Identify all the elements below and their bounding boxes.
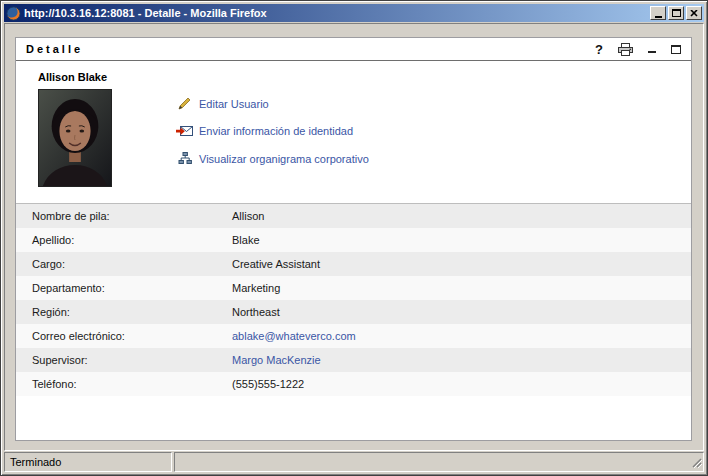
- firefox-icon: [6, 6, 21, 21]
- page-title: Detalle: [26, 43, 83, 55]
- user-identity-column: Allison Blake: [38, 69, 176, 203]
- view-org-chart-link[interactable]: Visualizar organigrama corporativo: [176, 152, 369, 165]
- field-label: Cargo:: [16, 258, 232, 270]
- field-value: Northeast: [232, 306, 280, 318]
- field-value: Marketing: [232, 282, 280, 294]
- titlebar[interactable]: http://10.3.16.12:8081 - Detalle - Mozil…: [4, 4, 704, 22]
- send-identity-info-link[interactable]: Enviar información de identidad: [176, 125, 369, 137]
- field-row: Apellido: Blake: [16, 228, 691, 252]
- field-label: Departamento:: [16, 282, 232, 294]
- close-icon: [690, 10, 698, 17]
- field-value: Allison: [232, 210, 264, 222]
- resize-grip[interactable]: [690, 456, 702, 470]
- window-title: http://10.3.16.12:8081 - Detalle - Mozil…: [24, 7, 645, 19]
- browser-window: http://10.3.16.12:8081 - Detalle - Mozil…: [0, 0, 708, 476]
- panel-maximize-icon[interactable]: [671, 45, 681, 54]
- window-close-button[interactable]: [686, 6, 702, 20]
- email-link[interactable]: ablake@whateverco.com: [232, 330, 356, 342]
- field-row: Región: Northeast: [16, 300, 691, 324]
- window-controls: [648, 6, 702, 20]
- field-value: Blake: [232, 234, 260, 246]
- field-label: Supervisor:: [16, 354, 232, 366]
- window-minimize-button[interactable]: [650, 6, 666, 20]
- page-viewport: Detalle ?: [4, 23, 704, 451]
- detail-panel: Detalle ?: [15, 37, 692, 441]
- status-text-cell: Terminado: [4, 452, 172, 472]
- edit-user-link[interactable]: Editar Usuario: [176, 97, 369, 110]
- field-label: Nombre de pila:: [16, 210, 232, 222]
- user-summary: Allison Blake: [16, 61, 691, 203]
- minimize-bar: [648, 51, 656, 53]
- edit-pencil-icon: [176, 97, 193, 110]
- field-value: Creative Assistant: [232, 258, 320, 270]
- window-maximize-button[interactable]: [668, 6, 684, 20]
- print-icon[interactable]: [618, 43, 633, 56]
- user-photo: [38, 89, 112, 187]
- org-chart-icon: [176, 152, 193, 165]
- status-text: Terminado: [10, 456, 61, 468]
- send-identity-mail-icon: [176, 125, 193, 137]
- field-row: Correo electrónico: ablake@whateverco.co…: [16, 324, 691, 348]
- field-row: Nombre de pila: Allison: [16, 204, 691, 228]
- panel-header-icons: ?: [595, 42, 681, 57]
- panel-minimize-icon[interactable]: [648, 45, 656, 53]
- action-label: Editar Usuario: [199, 98, 269, 110]
- action-label: Enviar información de identidad: [199, 125, 353, 137]
- detail-fields: Nombre de pila: Allison Apellido: Blake …: [16, 203, 691, 396]
- field-label: Apellido:: [16, 234, 232, 246]
- field-value: (555)555-1222: [232, 378, 304, 390]
- supervisor-link[interactable]: Margo MacKenzie: [232, 354, 321, 366]
- field-row: Cargo: Creative Assistant: [16, 252, 691, 276]
- maximize-icon: [672, 9, 681, 17]
- status-spacer-cell: [174, 452, 704, 472]
- field-label: Teléfono:: [16, 378, 232, 390]
- minimize-icon: [655, 16, 662, 18]
- field-row: Teléfono: (555)555-1222: [16, 372, 691, 396]
- help-icon[interactable]: ?: [595, 42, 603, 57]
- maximize-box: [671, 45, 681, 54]
- panel-header: Detalle ?: [16, 38, 691, 61]
- status-bar: Terminado: [4, 452, 704, 472]
- action-links: Editar Usuario Enviar información de ide…: [176, 69, 369, 203]
- field-row: Departamento: Marketing: [16, 276, 691, 300]
- action-label: Visualizar organigrama corporativo: [199, 153, 369, 165]
- field-label: Correo electrónico:: [16, 330, 232, 342]
- field-label: Región:: [16, 306, 232, 318]
- user-name: Allison Blake: [38, 71, 176, 83]
- field-row: Supervisor: Margo MacKenzie: [16, 348, 691, 372]
